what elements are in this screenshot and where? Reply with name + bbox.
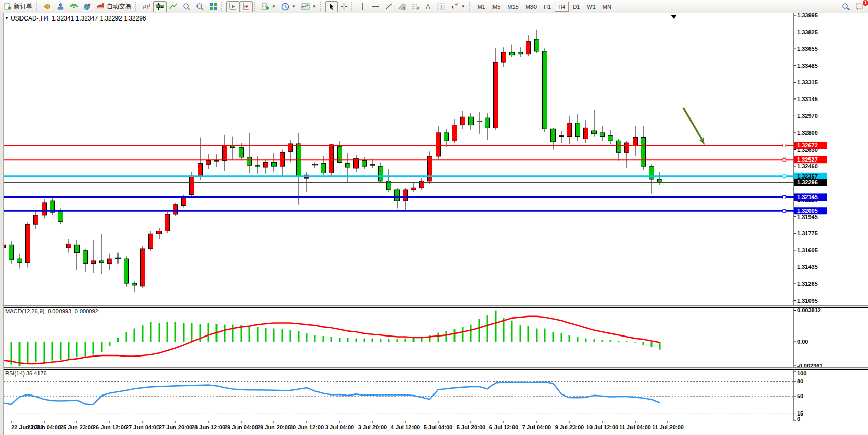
svg-text:1.32145: 1.32145 bbox=[797, 194, 818, 200]
chevron-down-icon: ▼ bbox=[312, 4, 317, 9]
line-chart-button[interactable] bbox=[167, 1, 180, 12]
text-label-button[interactable]: T bbox=[435, 1, 448, 12]
ohlc-open: 1.32341 bbox=[52, 15, 74, 22]
indicators-button[interactable]: ▼ bbox=[259, 1, 279, 12]
templates-button[interactable]: ▼ bbox=[299, 1, 319, 12]
horizontal-line-button[interactable] bbox=[369, 1, 382, 12]
svg-text:28 Jun 12:00: 28 Jun 12:00 bbox=[191, 424, 225, 430]
signals-button[interactable] bbox=[67, 1, 81, 12]
chat-button[interactable]: 1 bbox=[853, 1, 866, 12]
svg-text:5 Jul 04:00: 5 Jul 04:00 bbox=[424, 424, 452, 430]
svg-text:1.32296: 1.32296 bbox=[797, 179, 818, 185]
svg-text:6 Jul 12:00: 6 Jul 12:00 bbox=[489, 424, 518, 430]
toolbar-grip[interactable] bbox=[36, 2, 39, 11]
periods-button[interactable]: ▼ bbox=[279, 1, 299, 12]
tab-timeframe-w1[interactable]: W1 bbox=[583, 2, 599, 12]
new-order-icon bbox=[4, 3, 12, 10]
toolbar-grip[interactable] bbox=[351, 2, 354, 11]
cursor-button[interactable] bbox=[325, 1, 338, 12]
templates-icon bbox=[301, 3, 310, 10]
toolbar-grip[interactable] bbox=[469, 2, 472, 11]
new-order-button[interactable]: 新订单 bbox=[2, 1, 35, 12]
tab-timeframe-h4[interactable]: H4 bbox=[555, 2, 569, 12]
svg-text:100: 100 bbox=[797, 370, 806, 377]
svg-text:3 Jul 20:00: 3 Jul 20:00 bbox=[358, 424, 387, 430]
chart-window: 1.339951.338251.336551.334851.333151.331… bbox=[0, 13, 868, 435]
svg-text:23 Jun 04:00: 23 Jun 04:00 bbox=[27, 424, 61, 430]
tile-windows-icon bbox=[209, 3, 218, 10]
market-button[interactable] bbox=[81, 1, 94, 12]
text-button[interactable]: A bbox=[422, 1, 435, 12]
price-pane[interactable]: 1.339951.338251.336551.334851.333151.331… bbox=[0, 13, 868, 305]
pane-splitter[interactable] bbox=[0, 305, 868, 307]
text-icon: A bbox=[425, 3, 432, 10]
auto-scroll-button[interactable] bbox=[226, 1, 240, 12]
timeframe-group: M1M5M15M30H1H4D1W1MN bbox=[474, 2, 615, 12]
trendline-button[interactable] bbox=[382, 1, 396, 12]
chart-shift-button[interactable] bbox=[240, 1, 253, 12]
svg-text:1.33995: 1.33995 bbox=[797, 13, 818, 18]
community-button[interactable] bbox=[54, 1, 67, 12]
svg-text:27 Jun 04:00: 27 Jun 04:00 bbox=[126, 424, 160, 430]
search-button[interactable] bbox=[839, 1, 853, 12]
svg-text:E: E bbox=[403, 7, 406, 10]
toolbar-grip[interactable] bbox=[221, 2, 224, 11]
tab-timeframe-m30[interactable]: M30 bbox=[522, 2, 540, 12]
svg-text:9 Jul 23:00: 9 Jul 23:00 bbox=[555, 424, 584, 430]
svg-text:A: A bbox=[426, 3, 430, 10]
macd-pane[interactable]: 0.0038120.00-0.002961 MACD(12,26,9) -0.0… bbox=[0, 307, 868, 367]
svg-text:11 Jul 20:00: 11 Jul 20:00 bbox=[652, 424, 684, 430]
trendline-icon bbox=[385, 3, 393, 10]
ohlc-low: 1.32292 bbox=[100, 15, 122, 22]
main-toolbar: 新订单 自动交易 ▼ ▼ ▼ E F A T ▼ M1M5M15M30H1H4D… bbox=[0, 0, 868, 13]
candlestick-chart-button[interactable] bbox=[153, 1, 167, 12]
tab-timeframe-d1[interactable]: D1 bbox=[569, 2, 583, 12]
svg-text:11 Jul 04:00: 11 Jul 04:00 bbox=[619, 424, 651, 430]
signals-icon bbox=[70, 3, 78, 10]
tab-timeframe-m1[interactable]: M1 bbox=[474, 2, 489, 12]
community-icon bbox=[57, 3, 65, 10]
zoom-in-button[interactable] bbox=[180, 1, 193, 12]
tab-timeframe-mn[interactable]: MN bbox=[599, 2, 615, 12]
toolbar-grip[interactable] bbox=[320, 2, 323, 11]
tab-timeframe-h1[interactable]: H1 bbox=[540, 2, 555, 12]
svg-text:30 Jun 12:00: 30 Jun 12:00 bbox=[290, 424, 324, 430]
svg-text:1.32005: 1.32005 bbox=[797, 208, 818, 214]
rsi-label: RSI(14) 36.4176 bbox=[5, 370, 47, 377]
shapes-button[interactable]: ▼ bbox=[448, 1, 468, 12]
pane-splitter[interactable] bbox=[0, 367, 868, 369]
search-icon bbox=[842, 3, 850, 11]
svg-text:0.00: 0.00 bbox=[797, 339, 808, 345]
collapse-icon[interactable]: ▼ bbox=[5, 16, 9, 21]
channel-button[interactable]: E bbox=[396, 1, 409, 12]
tab-timeframe-m5[interactable]: M5 bbox=[489, 2, 504, 12]
svg-text:-0.002961: -0.002961 bbox=[797, 363, 823, 367]
toolbar-grip[interactable] bbox=[135, 2, 138, 11]
svg-text:29 Jun 20:00: 29 Jun 20:00 bbox=[257, 424, 291, 430]
text-label-icon: T bbox=[437, 3, 445, 10]
tab-timeframe-m15[interactable]: M15 bbox=[504, 2, 522, 12]
crosshair-button[interactable] bbox=[338, 1, 350, 12]
time-axis[interactable]: 22 Jun 202323 Jun 04:0025 Jun 23:0026 Ju… bbox=[0, 421, 868, 435]
autotrade-button[interactable]: 自动交易 bbox=[94, 1, 134, 12]
shapes-icon bbox=[450, 3, 459, 10]
rsi-pane[interactable]: 1008050150 RSI(14) 36.4176 bbox=[0, 369, 868, 421]
svg-text:10 Jul 12:00: 10 Jul 12:00 bbox=[586, 424, 618, 430]
svg-text:0.003812: 0.003812 bbox=[797, 307, 821, 313]
fibonacci-button[interactable]: F bbox=[409, 1, 422, 12]
zoom-out-button[interactable] bbox=[193, 1, 207, 12]
indicators-icon bbox=[262, 3, 269, 10]
zoom-in-icon bbox=[183, 3, 191, 11]
megaphone-button[interactable] bbox=[41, 1, 54, 12]
chart-title: ▼USDCAD-,H4 1.32341 1.32347 1.32292 1.32… bbox=[5, 15, 146, 22]
crosshair-icon bbox=[340, 3, 348, 10]
toolbar-grip[interactable] bbox=[254, 2, 257, 11]
vertical-line-button[interactable] bbox=[357, 1, 369, 12]
bar-chart-button[interactable] bbox=[140, 1, 153, 12]
autotrade-label: 自动交易 bbox=[107, 2, 131, 11]
rsi-value: 36.4176 bbox=[26, 370, 47, 377]
candlestick-chart-icon bbox=[156, 3, 164, 10]
svg-text:1.31435: 1.31435 bbox=[797, 264, 818, 270]
svg-text:1.33485: 1.33485 bbox=[797, 63, 818, 69]
tile-windows-button[interactable] bbox=[207, 1, 220, 12]
